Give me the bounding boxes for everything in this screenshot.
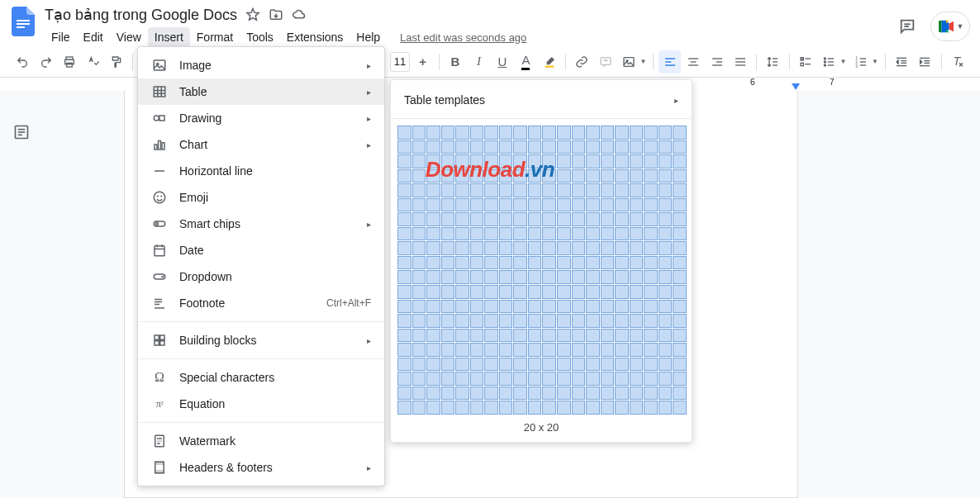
menu-tools[interactable]: Tools [240, 27, 280, 47]
grid-cell[interactable] [586, 300, 600, 314]
grid-cell[interactable] [572, 343, 586, 357]
grid-cell[interactable] [470, 401, 484, 415]
clear-formatting-button[interactable] [947, 50, 968, 74]
grid-cell[interactable] [441, 140, 455, 154]
grid-cell[interactable] [441, 227, 455, 241]
grid-cell[interactable] [542, 372, 556, 386]
grid-cell[interactable] [644, 343, 658, 357]
grid-cell[interactable] [426, 140, 440, 154]
grid-cell[interactable] [644, 169, 658, 183]
grid-cell[interactable] [412, 227, 426, 241]
format-paint-button[interactable] [106, 50, 127, 74]
dropdown-arrow-icon[interactable]: ▼ [840, 58, 847, 65]
grid-cell[interactable] [412, 387, 426, 401]
grid-cell[interactable] [470, 256, 484, 270]
grid-cell[interactable] [572, 300, 586, 314]
grid-cell[interactable] [542, 126, 556, 140]
grid-cell[interactable] [630, 198, 644, 212]
grid-cell[interactable] [455, 387, 469, 401]
grid-cell[interactable] [397, 227, 412, 241]
grid-cell[interactable] [586, 372, 600, 386]
grid-cell[interactable] [601, 358, 615, 372]
grid-cell[interactable] [499, 154, 513, 168]
grid-cell[interactable] [513, 358, 527, 372]
grid-cell[interactable] [412, 169, 426, 183]
insert-equation-item[interactable]: π² Equation [138, 391, 384, 417]
grid-cell[interactable] [499, 401, 513, 415]
grid-cell[interactable] [426, 212, 440, 226]
grid-cell[interactable] [513, 314, 527, 328]
insert-link-button[interactable] [571, 50, 592, 74]
grid-cell[interactable] [659, 126, 673, 140]
grid-cell[interactable] [630, 300, 644, 314]
grid-cell[interactable] [557, 329, 571, 343]
grid-cell[interactable] [397, 314, 412, 328]
insert-date-item[interactable]: Date [138, 237, 384, 263]
grid-cell[interactable] [528, 126, 542, 140]
grid-cell[interactable] [586, 212, 600, 226]
grid-cell[interactable] [412, 140, 426, 154]
grid-cell[interactable] [426, 314, 440, 328]
grid-cell[interactable] [630, 183, 644, 197]
grid-cell[interactable] [673, 227, 687, 241]
grid-cell[interactable] [426, 401, 440, 415]
grid-cell[interactable] [470, 372, 484, 386]
grid-cell[interactable] [673, 241, 687, 255]
grid-cell[interactable] [499, 241, 513, 255]
cloud-status-icon[interactable] [292, 7, 307, 22]
grid-cell[interactable] [572, 401, 586, 415]
insert-emoji-item[interactable]: Emoji [138, 184, 384, 211]
grid-cell[interactable] [572, 227, 586, 241]
grid-cell[interactable] [601, 387, 615, 401]
grid-cell[interactable] [542, 401, 556, 415]
grid-cell[interactable] [586, 270, 600, 284]
grid-cell[interactable] [557, 169, 571, 183]
grid-cell[interactable] [615, 300, 629, 314]
grid-cell[interactable] [644, 241, 658, 255]
grid-cell[interactable] [412, 358, 426, 372]
grid-cell[interactable] [513, 343, 527, 357]
grid-cell[interactable] [513, 169, 527, 183]
grid-cell[interactable] [586, 227, 600, 241]
insert-drawing-item[interactable]: Drawing ▸ [138, 105, 384, 131]
grid-cell[interactable] [659, 300, 673, 314]
grid-cell[interactable] [630, 358, 644, 372]
grid-cell[interactable] [528, 401, 542, 415]
grid-cell[interactable] [659, 387, 673, 401]
grid-cell[interactable] [572, 212, 586, 226]
grid-cell[interactable] [673, 126, 687, 140]
grid-cell[interactable] [673, 329, 687, 343]
grid-cell[interactable] [630, 372, 644, 386]
bulleted-list-button[interactable] [818, 50, 840, 74]
grid-cell[interactable] [557, 285, 571, 299]
grid-cell[interactable] [572, 183, 586, 197]
grid-cell[interactable] [601, 169, 615, 183]
grid-cell[interactable] [542, 329, 556, 343]
grid-cell[interactable] [412, 314, 426, 328]
grid-cell[interactable] [426, 198, 440, 212]
grid-cell[interactable] [630, 314, 644, 328]
grid-cell[interactable] [557, 241, 571, 255]
insert-footnote-item[interactable]: Footnote Ctrl+Alt+F [138, 290, 384, 316]
align-left-button[interactable] [659, 50, 680, 74]
grid-cell[interactable] [557, 270, 571, 284]
grid-cell[interactable] [455, 241, 469, 255]
grid-cell[interactable] [426, 329, 440, 343]
grid-cell[interactable] [441, 270, 455, 284]
grid-cell[interactable] [484, 270, 498, 284]
grid-cell[interactable] [630, 270, 644, 284]
grid-cell[interactable] [397, 401, 412, 415]
grid-cell[interactable] [601, 300, 615, 314]
grid-cell[interactable] [673, 270, 687, 284]
grid-cell[interactable] [557, 372, 571, 386]
grid-cell[interactable] [542, 285, 556, 299]
grid-cell[interactable] [426, 169, 440, 183]
grid-cell[interactable] [644, 358, 658, 372]
grid-cell[interactable] [542, 198, 556, 212]
grid-cell[interactable] [644, 314, 658, 328]
grid-cell[interactable] [615, 183, 629, 197]
grid-cell[interactable] [441, 387, 455, 401]
grid-cell[interactable] [528, 285, 542, 299]
doc-title[interactable]: Tạo bảng trong Google Docs [45, 6, 237, 24]
grid-cell[interactable] [441, 329, 455, 343]
